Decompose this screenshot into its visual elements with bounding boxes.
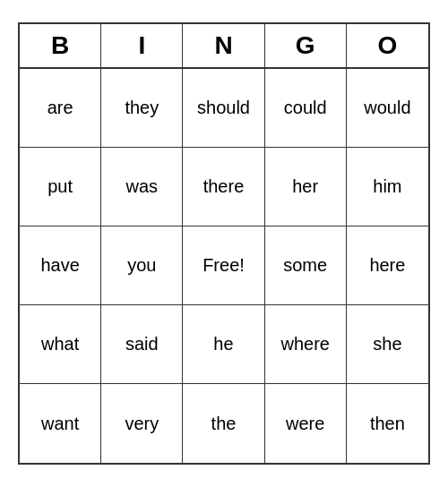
cell-r4-c2: the xyxy=(183,384,264,463)
header-letter: I xyxy=(101,24,183,67)
cell-r0-c0: are xyxy=(20,69,101,148)
cell-r2-c2: Free! xyxy=(183,226,264,305)
cell-r0-c2: should xyxy=(183,69,264,148)
cell-r4-c1: very xyxy=(101,384,183,463)
cell-r1-c2: there xyxy=(183,148,264,226)
header-letter: B xyxy=(20,24,101,67)
cell-r2-c3: some xyxy=(265,226,347,305)
header-letter: N xyxy=(183,24,264,67)
cell-r3-c2: he xyxy=(183,305,264,384)
cell-r1-c1: was xyxy=(101,148,183,226)
cell-r1-c3: her xyxy=(265,148,347,226)
header-letter: G xyxy=(265,24,347,67)
header-letter: O xyxy=(347,24,428,67)
cell-r2-c4: here xyxy=(347,226,428,305)
cell-r2-c0: have xyxy=(20,226,101,305)
bingo-card: BINGO aretheyshouldcouldwouldputwasthere… xyxy=(18,22,430,465)
cell-r0-c1: they xyxy=(101,69,183,148)
cell-r3-c4: she xyxy=(347,305,428,384)
cell-r3-c3: where xyxy=(265,305,347,384)
bingo-header: BINGO xyxy=(20,24,428,69)
bingo-grid: aretheyshouldcouldwouldputwasthereherhim… xyxy=(20,69,428,463)
cell-r4-c3: were xyxy=(265,384,347,463)
cell-r1-c4: him xyxy=(347,148,428,226)
cell-r0-c3: could xyxy=(265,69,347,148)
cell-r0-c4: would xyxy=(347,69,428,148)
cell-r3-c1: said xyxy=(101,305,183,384)
cell-r4-c0: want xyxy=(20,384,101,463)
cell-r2-c1: you xyxy=(101,226,183,305)
cell-r3-c0: what xyxy=(20,305,101,384)
cell-r1-c0: put xyxy=(20,148,101,226)
cell-r4-c4: then xyxy=(347,384,428,463)
